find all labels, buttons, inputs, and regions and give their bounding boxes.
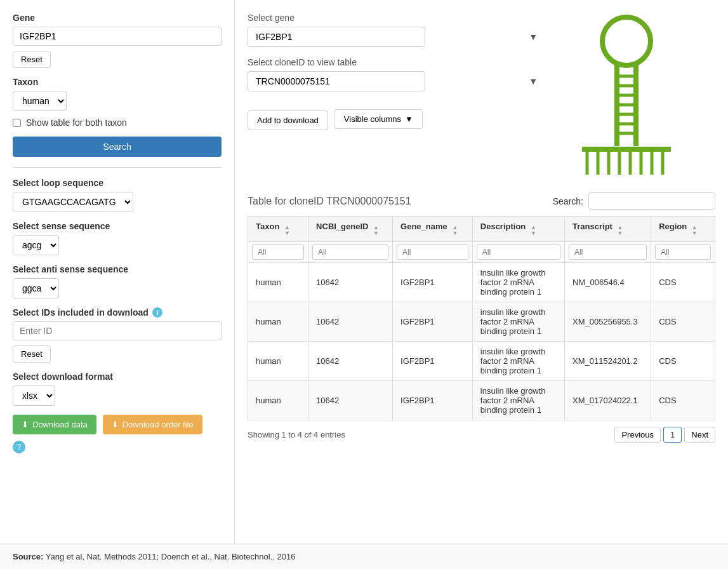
controls-area: Select gene IGF2BP1 ▼ Select cloneID to … bbox=[248, 13, 544, 130]
taxon-label: Taxon bbox=[13, 77, 222, 87]
visible-columns-arrow: ▼ bbox=[405, 114, 413, 124]
loop-sequence-label: Select loop sequence bbox=[13, 178, 222, 188]
cell-description-0: insulin like growth factor 2 mRNA bindin… bbox=[472, 263, 564, 302]
download-data-icon: ⬇ bbox=[22, 420, 29, 429]
reset-button-1[interactable]: Reset bbox=[13, 51, 51, 68]
clone-dropdown[interactable]: TRCN0000075151 bbox=[248, 71, 425, 91]
taxon-sort-icons[interactable]: ▲▼ bbox=[284, 225, 290, 236]
cell-taxon-2: human bbox=[248, 342, 308, 381]
add-to-download-button[interactable]: Add to download bbox=[248, 110, 328, 130]
gene-input[interactable] bbox=[13, 27, 222, 46]
cell-region-1: CDS bbox=[651, 302, 715, 342]
filter-gene-name-input[interactable] bbox=[397, 244, 468, 260]
loop-sequence-select[interactable]: GTGAAGCCACAGATG bbox=[13, 192, 133, 212]
filter-ncbi-input[interactable] bbox=[312, 244, 388, 260]
search-button[interactable]: Search bbox=[13, 137, 222, 157]
col-ncbi: NCBI_geneID ▲▼ bbox=[308, 217, 393, 242]
cell-gene-name-0: IGF2BP1 bbox=[393, 263, 473, 302]
top-section: Select gene IGF2BP1 ▼ Select cloneID to … bbox=[248, 13, 715, 180]
filter-region-cell bbox=[651, 242, 715, 263]
cell-gene-name-3: IGF2BP1 bbox=[393, 381, 473, 420]
filter-gene-name-cell bbox=[393, 242, 473, 263]
taxon-dropdown-container: human mouse bbox=[13, 91, 67, 111]
previous-button[interactable]: Previous bbox=[614, 427, 661, 443]
format-label: Select download format bbox=[13, 372, 222, 382]
filter-description-input[interactable] bbox=[477, 244, 560, 260]
download-order-icon: ⬇ bbox=[112, 420, 119, 429]
region-sort-icons[interactable]: ▲▼ bbox=[692, 225, 698, 236]
format-dropdown-container: xlsx csv tsv bbox=[13, 385, 55, 406]
action-row: Add to download Visible columns ▼ bbox=[248, 108, 544, 130]
showing-text: Showing 1 to 4 of 4 entries bbox=[248, 430, 345, 439]
table-search-input[interactable] bbox=[588, 192, 715, 210]
ids-info-icon[interactable]: i bbox=[152, 307, 162, 318]
ids-label: Select IDs included in download i bbox=[13, 307, 222, 318]
filter-ncbi-cell bbox=[308, 242, 393, 263]
source-label: Source: bbox=[13, 552, 43, 561]
clone-dropdown-container: TRCN0000075151 ▼ bbox=[248, 71, 544, 91]
cell-gene-name-1: IGF2BP1 bbox=[393, 302, 473, 342]
sense-sequence-select[interactable]: agcg bbox=[13, 235, 59, 255]
table-header-row: Table for cloneID TRCN0000075151 Search: bbox=[248, 192, 715, 210]
sidebar: Gene Reset Taxon human mouse Show table … bbox=[0, 0, 235, 544]
download-data-button[interactable]: ⬇ Download data bbox=[13, 415, 96, 434]
source-bar: Source: Yang et al, Nat. Methods 2011; D… bbox=[0, 544, 728, 569]
shrna-illustration bbox=[563, 13, 715, 180]
help-icon[interactable]: ? bbox=[13, 441, 25, 453]
show-both-taxon-row: Show table for both taxon bbox=[13, 117, 222, 128]
table-search-label: Search: bbox=[553, 196, 583, 206]
antisense-sequence-dropdown-container: ggca bbox=[13, 278, 59, 298]
sense-sequence-dropdown-container: agcg bbox=[13, 235, 59, 255]
antisense-sequence-label: Select anti sense sequence bbox=[13, 264, 222, 274]
cell-ncbi-0: 10642 bbox=[308, 263, 393, 302]
ncbi-sort-icons[interactable]: ▲▼ bbox=[373, 225, 379, 236]
ids-label-text: Select IDs included in download bbox=[13, 307, 149, 318]
cell-transcript-1: XM_005256955.3 bbox=[565, 302, 651, 342]
table-row: human 10642 IGF2BP1 insulin like growth … bbox=[248, 342, 715, 381]
col-taxon: Taxon ▲▼ bbox=[248, 217, 308, 242]
gene-dropdown[interactable]: IGF2BP1 bbox=[248, 27, 425, 47]
divider-1 bbox=[13, 167, 222, 168]
antisense-sequence-select[interactable]: ggca bbox=[13, 278, 59, 298]
cell-transcript-3: XM_017024022.1 bbox=[565, 381, 651, 420]
filter-region-input[interactable] bbox=[655, 244, 711, 260]
reset-button-2[interactable]: Reset bbox=[13, 345, 51, 363]
main-content: Select gene IGF2BP1 ▼ Select cloneID to … bbox=[235, 0, 728, 544]
transcript-sort-icons[interactable]: ▲▼ bbox=[618, 225, 623, 236]
loop-sequence-dropdown-container: GTGAAGCCACAGATG bbox=[13, 192, 133, 212]
cell-description-2: insulin like growth factor 2 mRNA bindin… bbox=[472, 342, 564, 381]
next-button[interactable]: Next bbox=[684, 427, 715, 443]
ids-input[interactable] bbox=[13, 321, 222, 340]
cell-region-3: CDS bbox=[651, 381, 715, 420]
filter-taxon-input[interactable] bbox=[252, 244, 304, 260]
sense-sequence-label: Select sense sequence bbox=[13, 221, 222, 231]
filter-transcript-input[interactable] bbox=[569, 244, 647, 260]
cell-ncbi-3: 10642 bbox=[308, 381, 393, 420]
filter-description-cell bbox=[472, 242, 564, 263]
cell-ncbi-1: 10642 bbox=[308, 302, 393, 342]
show-both-taxon-checkbox[interactable] bbox=[13, 119, 21, 127]
pagination: Previous 1 Next bbox=[614, 427, 715, 443]
taxon-select[interactable]: human mouse bbox=[13, 91, 67, 111]
gene-name-sort-icons[interactable]: ▲▼ bbox=[452, 225, 458, 236]
content-area: Gene Reset Taxon human mouse Show table … bbox=[0, 0, 728, 544]
cell-transcript-0: NM_006546.4 bbox=[565, 263, 651, 302]
current-page[interactable]: 1 bbox=[663, 427, 682, 443]
description-sort-icons[interactable]: ▲▼ bbox=[531, 225, 536, 236]
cell-transcript-2: XM_011524201.2 bbox=[565, 342, 651, 381]
cell-description-1: insulin like growth factor 2 mRNA bindin… bbox=[472, 302, 564, 342]
download-row: ⬇ Download data ⬇ Download order file bbox=[13, 415, 222, 434]
cell-gene-name-2: IGF2BP1 bbox=[393, 342, 473, 381]
visible-columns-label: Visible columns bbox=[344, 114, 401, 124]
table-row: human 10642 IGF2BP1 insulin like growth … bbox=[248, 302, 715, 342]
table-row: human 10642 IGF2BP1 insulin like growth … bbox=[248, 381, 715, 420]
show-both-taxon-label: Show table for both taxon bbox=[26, 117, 127, 128]
col-description: Description ▲▼ bbox=[472, 217, 564, 242]
col-gene-name: Gene_name ▲▼ bbox=[393, 217, 473, 242]
filter-taxon-cell bbox=[248, 242, 308, 263]
format-select[interactable]: xlsx csv tsv bbox=[13, 385, 55, 406]
download-order-label: Download order file bbox=[122, 420, 194, 429]
visible-columns-button[interactable]: Visible columns ▼ bbox=[334, 109, 423, 129]
shrna-svg bbox=[563, 13, 690, 178]
download-order-button[interactable]: ⬇ Download order file bbox=[103, 415, 202, 434]
